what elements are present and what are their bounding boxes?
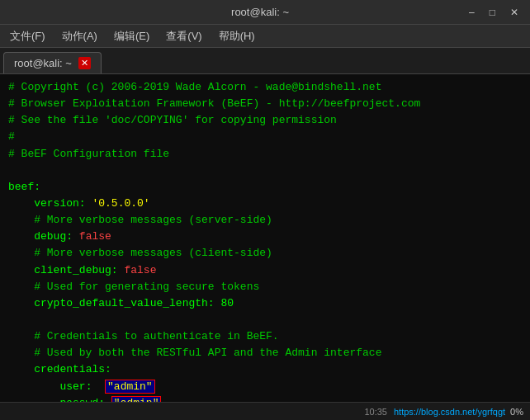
status-url: https://blog.csdn.net/ygrfqgt [394,407,505,417]
window-controls[interactable]: – □ ✕ [464,5,523,20]
line-18: credentials: [8,361,522,378]
tab-close-button[interactable]: ✕ [78,57,91,69]
line-4: # [8,129,522,145]
line-17: # Used by both the RESTful API and the A… [8,345,522,361]
line-11: # More verbose messages (client-side) [8,245,522,262]
menu-bar: 文件(F) 动作(A) 编辑(E) 查看(V) 帮助(H) [0,25,530,48]
minimize-button[interactable]: – [464,5,480,20]
line-15 [8,312,522,328]
menu-edit[interactable]: 编辑(E) [107,26,156,46]
line-10: debug: false [8,229,522,245]
tab-label: root@kali: ~ [14,57,72,69]
title-bar: root@kali: ~ – □ ✕ [0,0,530,25]
terminal-content: # Copyright (c) 2006-2019 Wade Alcorn - … [0,74,530,402]
line-3: # See the file 'doc/COPYING' for copying… [8,112,522,129]
line-13: # Used for generating secure tokens [8,279,522,295]
line-12: client_debug: false [8,262,522,279]
tab-bar: root@kali: ~ ✕ [0,48,530,74]
line-5: # BeEF Configuration file [8,146,522,163]
status-time: 10:35 [364,407,387,417]
tab-root[interactable]: root@kali: ~ ✕ [3,52,102,73]
menu-file[interactable]: 文件(F) [3,26,52,46]
close-button[interactable]: ✕ [505,5,523,20]
window-title: root@kali: ~ [56,6,464,18]
line-14: crypto_default_value_length: 80 [8,295,522,312]
user-value: "admin" [105,380,155,394]
line-2: # Browser Exploitation Framework (BeEF) … [8,96,522,112]
line-6 [8,163,522,179]
line-16: # Credentials to authenticate in BeEF. [8,328,522,345]
line-9: # More verbose messages (server-side) [8,212,522,229]
status-percent: 0% [510,407,523,417]
line-20: passwd: "admin" [8,395,522,402]
line-8: version: '0.5.0.0' [8,196,522,212]
maximize-button[interactable]: □ [485,5,500,20]
line-1: # Copyright (c) 2006-2019 Wade Alcorn - … [8,79,522,96]
passwd-value: "admin" [111,396,162,402]
line-7: beef: [8,179,522,196]
menu-action[interactable]: 动作(A) [55,26,104,46]
line-19: user: "admin" [8,379,522,395]
menu-help[interactable]: 帮助(H) [212,26,262,46]
menu-view[interactable]: 查看(V) [159,26,208,46]
status-bar: 10:35 https://blog.csdn.net/ygrfqgt 0% [0,402,530,420]
